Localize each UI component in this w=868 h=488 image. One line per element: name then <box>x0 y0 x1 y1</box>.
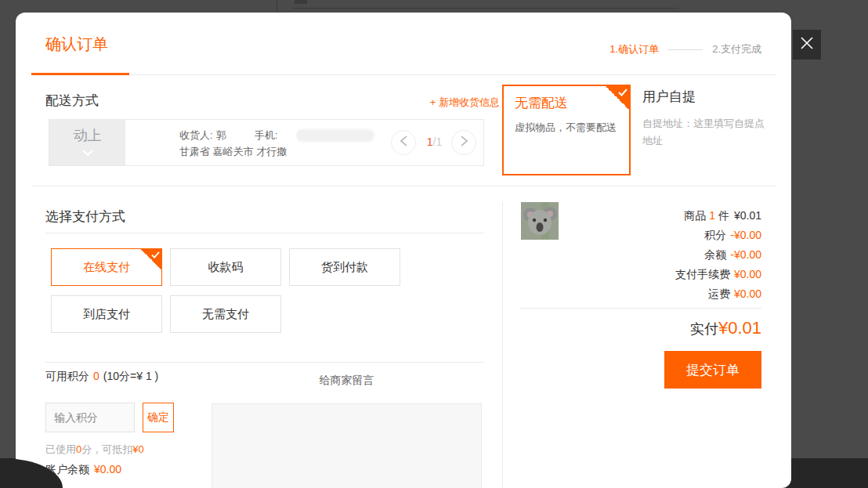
total-divider <box>519 308 761 309</box>
background-page-text-smudge <box>295 0 307 4</box>
address-receiver-line: 收货人:郭手机: <box>179 128 282 143</box>
address-pager: 1/1 <box>418 136 451 148</box>
summary-row-fee: 支付手续费¥0.00 <box>526 265 761 284</box>
row-label: 支付手续费 <box>675 268 730 280</box>
points-input[interactable] <box>45 403 135 432</box>
row-value: -¥0.00 <box>730 229 761 241</box>
payment-method-none[interactable]: 无需支付 <box>170 295 281 333</box>
row-value: ¥0.00 <box>734 287 761 300</box>
step-confirm-order: 1.确认订单 <box>609 42 659 56</box>
close-icon <box>799 35 815 54</box>
step-connector <box>668 49 703 50</box>
confirm-order-modal: 确认订单 1.确认订单 2.支付完成 配送方式 + 新增收货信息 动上 收货人:… <box>16 13 791 488</box>
payment-method-label: 到店支付 <box>83 307 130 322</box>
chevron-right-icon <box>461 136 468 150</box>
modal-title: 确认订单 <box>45 34 108 55</box>
row-label: 运费 <box>708 287 730 300</box>
summary-row-goods: 商品1件¥0.01 <box>526 206 761 226</box>
summary-row-points: 积分-¥0.00 <box>526 226 761 245</box>
step-payment-complete: 2.支付完成 <box>712 42 761 56</box>
row-label: 积分 <box>704 229 726 241</box>
total-value: ¥0.01 <box>718 318 761 338</box>
pager-current: 1 <box>427 136 433 148</box>
address-region: 甘肃省 嘉峪关市 才行撒 <box>179 145 287 159</box>
points-confirm-button[interactable]: 确定 <box>143 403 174 432</box>
order-summary: 商品1件¥0.01 积分-¥0.00 余额-¥0.00 支付手续费¥0.00 运… <box>526 206 761 304</box>
summary-vertical-divider <box>502 202 503 488</box>
background-page-rule <box>293 8 678 9</box>
merchant-message-textarea[interactable] <box>212 403 482 488</box>
address-prev-button[interactable] <box>391 130 416 155</box>
shipping-option-no-delivery[interactable]: 无需配送 虚拟物品，不需要配送 <box>502 85 631 175</box>
shipping-section-title: 配送方式 <box>45 92 99 110</box>
total-label: 实付 <box>690 321 718 337</box>
row-label: 商品 <box>684 209 706 222</box>
points-used-line: 已使用0分，可抵扣¥0 <box>45 443 144 457</box>
total-line: 实付¥0.01 <box>526 318 761 338</box>
row-value: -¥0.00 <box>730 248 761 261</box>
merchant-message-label: 给商家留言 <box>212 374 482 388</box>
payment-method-cod[interactable]: 货到付款 <box>289 248 400 286</box>
shipping-option-title: 用户自提 <box>642 88 765 106</box>
address-tag-label: 动上 <box>74 126 102 145</box>
address-tag[interactable]: 动上 <box>49 120 125 165</box>
points-prefix: 可用积分 <box>45 370 89 382</box>
background-page-divider <box>277 0 277 13</box>
chevron-down-icon <box>82 145 93 159</box>
payment-method-label: 货到付款 <box>321 260 368 275</box>
payment-method-label: 收款码 <box>208 260 244 275</box>
checkout-steps: 1.确认订单 2.支付完成 <box>609 42 761 56</box>
payment-header-underline <box>45 233 484 233</box>
close-button[interactable] <box>793 30 821 60</box>
points-rate: (10分=¥ 1 ) <box>103 370 158 382</box>
selected-check-icon <box>606 86 629 110</box>
section-divider <box>31 186 776 186</box>
phone-label: 手机: <box>255 129 278 141</box>
points-value: 0 <box>93 370 99 382</box>
row-value: ¥0.00 <box>734 268 761 280</box>
row-unit: 件 <box>718 209 729 222</box>
points-divider <box>45 362 484 363</box>
used-mid: 分，可抵扣 <box>81 443 132 455</box>
row-qty: 1 <box>709 209 715 222</box>
address-next-button[interactable] <box>451 130 476 155</box>
row-label: 余额 <box>704 248 726 261</box>
summary-row-balance: 余额-¥0.00 <box>526 245 761 265</box>
used-prefix: 已使用 <box>45 443 76 455</box>
receiver-name: 郭 <box>216 129 226 141</box>
chevron-left-icon <box>400 136 407 150</box>
phone-redacted <box>296 129 374 142</box>
selected-check-icon <box>141 249 161 269</box>
payment-section-title: 选择支付方式 <box>45 208 125 226</box>
shipping-option-desc: 自提地址：这里填写自提点地址 <box>642 115 765 150</box>
payment-method-label: 在线支付 <box>83 260 130 275</box>
active-tab-underline <box>31 73 129 75</box>
shipping-option-title: 无需配送 <box>515 94 568 112</box>
balance-value: ¥0.00 <box>94 463 121 475</box>
receiver-label: 收货人: <box>179 129 213 141</box>
payment-method-instore[interactable]: 到店支付 <box>51 295 162 333</box>
row-value: ¥0.01 <box>734 209 761 222</box>
available-points-line: 可用积分0(10分=¥ 1 ) <box>45 370 158 384</box>
submit-order-button[interactable]: 提交订单 <box>664 351 761 389</box>
shipping-option-self-pickup[interactable]: 用户自提 自提地址：这里填写自提点地址 <box>642 88 765 150</box>
summary-row-shipping: 运费¥0.00 <box>526 284 761 304</box>
address-selector[interactable]: 动上 收货人:郭手机: 甘肃省 嘉峪关市 才行撒 1/1 <box>49 119 484 166</box>
payment-method-online[interactable]: 在线支付 <box>51 248 162 286</box>
add-address-link[interactable]: + 新增收货信息 <box>430 96 500 110</box>
payment-method-qrcode[interactable]: 收款码 <box>170 248 281 286</box>
shipping-option-desc: 虚拟物品，不需要配送 <box>515 121 617 135</box>
pager-total: 1 <box>436 136 442 148</box>
header-divider <box>31 74 776 75</box>
deduct-value: ¥0 <box>132 443 143 455</box>
payment-method-label: 无需支付 <box>202 307 249 322</box>
